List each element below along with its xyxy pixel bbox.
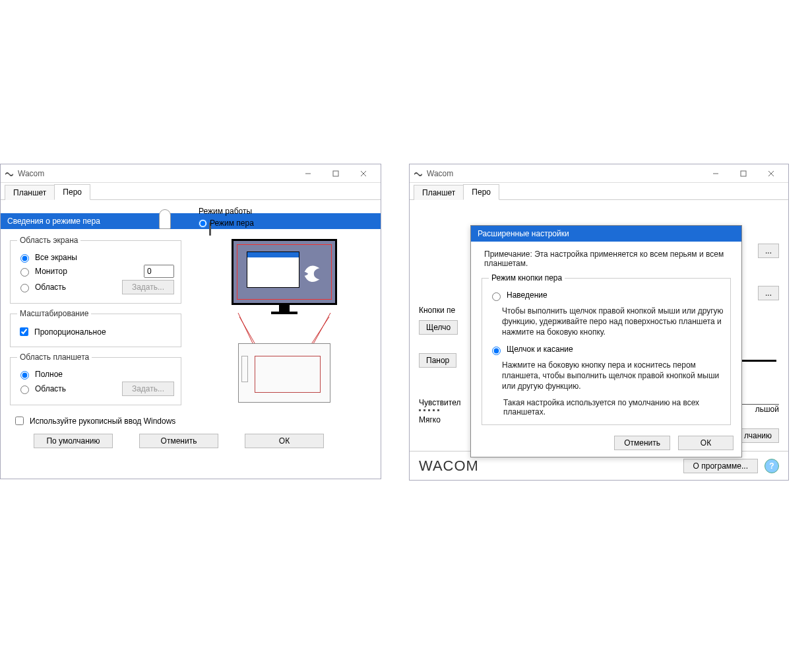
svg-rect-1 [333,171,338,176]
cancel-button[interactable]: Отменить [139,434,218,448]
radio-tablet-full-label: Полное [35,370,63,379]
titlebar: Wacom [410,164,788,183]
checkbox-proportional-label: Пропорциональное [34,327,106,337]
wacom-properties-window-left: Wacom Планшет Перо Режим работы Режим пе… [0,164,381,479]
defaults-button[interactable]: По умолчанию [34,434,113,448]
close-button[interactable] [758,166,784,182]
radio-screen-region[interactable] [20,284,29,292]
slider-ticks [419,409,460,411]
bg-btn-reset-partial[interactable]: лчанию [737,428,779,443]
tablet-area-legend: Область планшета [17,352,92,362]
bg-slider-track[interactable] [742,360,776,362]
checkbox-proportional[interactable] [20,327,28,336]
brand-icon [414,170,423,177]
minimize-button[interactable] [295,166,321,182]
radio-hover-label: Наведение [507,290,547,303]
pen-tip-illustration [159,209,171,229]
about-button[interactable]: О программе... [683,459,758,473]
radio-screen-region-label: Область [35,283,66,292]
wacom-properties-window-right: Wacom Планшет Перо Кнопки пе Щелчо Панор… [409,164,789,481]
tab-tablet[interactable]: Планшет [414,185,464,200]
mode-group: Режим работы Режим пера [199,207,254,230]
tablet-region-set-button[interactable]: Задать... [122,382,174,396]
radio-hover[interactable] [492,292,501,301]
advanced-note: Примечание: Эта настройка применяется ко… [480,250,732,268]
radio-all-screens-label: Все экраны [35,253,77,262]
maximize-button[interactable] [730,166,757,182]
checkbox-windows-ink[interactable] [15,417,24,425]
bg-label-pen-buttons: Кнопки пе [419,306,458,315]
maximize-button[interactable] [323,166,349,182]
screen-region-set-button[interactable]: Задать... [122,280,174,294]
scaling-legend: Масштабирование [17,309,91,318]
screen-area-legend: Область экрана [17,236,80,245]
pen-mode-dialog: Сведения о режиме пера Область экрана Вс… [1,213,381,427]
close-button[interactable] [350,166,377,182]
bg-btn-pan[interactable]: Панор [419,353,456,368]
radio-monitor-label: Монитор [35,267,67,276]
svg-rect-9 [741,171,746,176]
brand-icon [5,170,14,177]
checkbox-windows-ink-label: Используйте рукописный ввод Windows [30,417,175,426]
bg-btn-click[interactable]: Щелчо [419,320,458,335]
tab-tablet[interactable]: Планшет [5,185,55,200]
help-icon[interactable]: ? [765,459,779,473]
advanced-cancel-button[interactable]: Отменить [614,436,670,450]
mode-title: Режим работы [199,207,254,216]
radio-monitor[interactable] [20,268,29,277]
monitor-index-input[interactable] [144,265,174,278]
tabstrip: Планшет Перо [410,183,788,200]
screen-area-group: Область экрана Все экраны Монитор Област… [10,236,181,304]
hover-description: Чтобы выполнить щелчок правой кнопкой мы… [502,306,724,338]
bg-label-soft: Мягко [419,415,460,424]
radio-pen-mode-label: Режим пера [210,218,254,228]
radio-tablet-region-label: Область [35,384,66,393]
tabstrip: Планшет Перо [1,183,381,200]
window-title: Wacom [18,169,44,178]
bg-btn-dots-2[interactable]: ... [758,286,779,300]
bg-btn-dots-1[interactable]: ... [758,244,779,258]
ok-button[interactable]: ОК [245,434,324,448]
tablet-area-group: Область планшета Полное Область Задать..… [10,352,181,405]
default-note: Такая настройка используется по умолчани… [503,398,724,417]
pen-mode-dialog-title: Сведения о режиме пера [1,213,381,229]
advanced-ok-button[interactable]: ОК [678,436,734,450]
radio-all-screens[interactable] [20,254,29,263]
pen-button-mode-legend: Режим кнопки пера [489,273,565,283]
advanced-dialog-title: Расширенные настройки [471,226,741,242]
radio-tablet-full[interactable] [20,371,29,380]
window-title: Wacom [427,169,453,178]
radio-click-and-touch-label: Щелчок и касание [507,345,573,357]
tab-pen[interactable]: Перо [463,184,499,200]
mapping-illustration [225,239,344,404]
click-touch-description: Нажмите на боковую кнопку пера и косните… [502,360,724,392]
wacom-logo: WACOM [419,457,479,475]
radio-pen-mode[interactable] [199,219,207,228]
tab-pen[interactable]: Перо [54,184,90,200]
radio-tablet-region[interactable] [20,385,29,394]
radio-click-and-touch[interactable] [492,347,501,355]
minimize-button[interactable] [703,166,729,182]
scaling-group: Масштабирование Пропорциональное [10,309,181,347]
advanced-settings-dialog: Расширенные настройки Примечание: Эта на… [470,225,742,457]
titlebar: Wacom [1,164,381,183]
bg-label-sensitivity: Чувствител [419,398,460,407]
